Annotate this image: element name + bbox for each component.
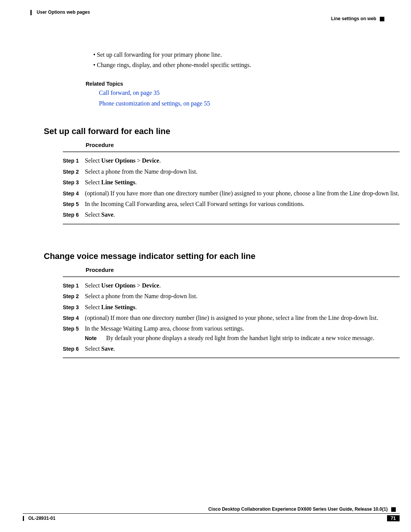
step-label: Step 3 bbox=[63, 303, 85, 312]
step-label: Step 2 bbox=[63, 292, 85, 300]
bullet-item: Set up call forwarding for your primary … bbox=[93, 50, 400, 60]
running-header-right: Line settings on web bbox=[331, 16, 384, 21]
step-label: Step 2 bbox=[63, 168, 85, 176]
step-row: Step 4 (optional) If more than one direc… bbox=[63, 313, 400, 323]
footer-rule bbox=[23, 513, 400, 514]
step-body: Select User Options > Device. bbox=[85, 157, 400, 165]
intro-bullets: Set up call forwarding for your primary … bbox=[93, 50, 400, 70]
step-label: Step 5 bbox=[63, 200, 85, 208]
step-row: Step 2 Select a phone from the Name drop… bbox=[63, 291, 400, 302]
step-row: Step 5 In the Incoming Call Forwarding a… bbox=[63, 199, 400, 209]
step-body: Select a phone from the Name drop-down l… bbox=[85, 168, 400, 176]
section-title: Change voice message indicator setting f… bbox=[44, 251, 400, 261]
divider bbox=[63, 276, 400, 277]
step-row: Step 3 Select Line Settings. bbox=[63, 177, 400, 188]
footer-doc-title: Cisco Desktop Collaboration Experience D… bbox=[23, 506, 396, 512]
footer-page-number: 71 bbox=[387, 515, 400, 521]
step-label: Step 4 bbox=[63, 189, 85, 198]
step-label: Step 6 bbox=[63, 345, 85, 353]
document-page: User Options web pages Line settings on … bbox=[0, 0, 411, 532]
step-row: Step 1 Select User Options > Device. bbox=[63, 280, 400, 291]
header-bar-icon bbox=[30, 10, 32, 15]
related-topics-heading: Related Topics bbox=[86, 81, 400, 87]
step-label: Step 6 bbox=[63, 211, 85, 219]
note-body: By default your phone displays a steady … bbox=[106, 334, 400, 342]
step-label: Step 3 bbox=[63, 178, 85, 187]
step-row: Step 1 Select User Options > Device. bbox=[63, 155, 400, 166]
body-content: Set up call forwarding for your primary … bbox=[44, 50, 400, 361]
footer-doc-id: OL-28931-01 bbox=[23, 516, 56, 521]
step-row: Step 6 Select Save. bbox=[63, 343, 400, 354]
step-body: Select Save. bbox=[85, 211, 400, 219]
header-square-icon bbox=[380, 17, 384, 21]
step-row: Step 6 Select Save. bbox=[63, 209, 400, 220]
procedure-heading: Procedure bbox=[86, 267, 400, 273]
step-row: Step 4 (optional) If you have more than … bbox=[63, 188, 400, 199]
step-row: Step 5 In the Message Waiting Lamp area,… bbox=[63, 323, 400, 343]
related-links: Call forward, on page 35 Phone customiza… bbox=[99, 87, 400, 108]
procedure-heading: Procedure bbox=[86, 142, 400, 148]
divider bbox=[63, 357, 400, 358]
step-row: Step 3 Select Line Settings. bbox=[63, 302, 400, 313]
procedure-steps: Step 1 Select User Options > Device. Ste… bbox=[63, 155, 400, 220]
step-body: Select Save. bbox=[85, 345, 400, 353]
note-label: Note bbox=[85, 334, 106, 342]
bullet-item: Change rings, display, and other phone-m… bbox=[93, 60, 400, 70]
step-body: Select a phone from the Name drop-down l… bbox=[85, 292, 400, 300]
running-footer: Cisco Desktop Collaboration Experience D… bbox=[23, 506, 400, 521]
header-section-title: Line settings on web bbox=[331, 16, 376, 21]
step-label: Step 5 bbox=[63, 324, 85, 342]
step-body: Select Line Settings. bbox=[85, 178, 400, 187]
divider bbox=[63, 151, 400, 152]
link-call-forward[interactable]: Call forward, on page 35 bbox=[99, 88, 160, 97]
step-row: Step 2 Select a phone from the Name drop… bbox=[63, 166, 400, 177]
header-chapter-title: User Options web pages bbox=[37, 10, 90, 15]
footer-square-icon bbox=[391, 507, 396, 512]
note-row: Note By default your phone displays a st… bbox=[85, 334, 400, 342]
step-body: Select Line Settings. bbox=[85, 303, 400, 312]
step-body: Select User Options > Device. bbox=[85, 281, 400, 290]
step-text: In the Message Waiting Lamp area, choose… bbox=[85, 325, 244, 332]
step-body: (optional) If you have more than one dir… bbox=[85, 189, 400, 198]
step-body: In the Incoming Call Forwarding area, se… bbox=[85, 200, 400, 208]
step-label: Step 4 bbox=[63, 314, 85, 322]
step-body: (optional) If more than one directory nu… bbox=[85, 314, 400, 322]
step-label: Step 1 bbox=[63, 157, 85, 165]
running-header-left: User Options web pages bbox=[30, 10, 90, 15]
divider bbox=[63, 224, 400, 225]
section-title: Set up call forward for each line bbox=[44, 126, 400, 136]
step-label: Step 1 bbox=[63, 281, 85, 290]
step-body: In the Message Waiting Lamp area, choose… bbox=[85, 324, 400, 342]
link-phone-customization[interactable]: Phone customization and settings, on pag… bbox=[99, 99, 210, 108]
procedure-steps: Step 1 Select User Options > Device. Ste… bbox=[63, 280, 400, 355]
footer-bar-icon bbox=[23, 516, 24, 521]
